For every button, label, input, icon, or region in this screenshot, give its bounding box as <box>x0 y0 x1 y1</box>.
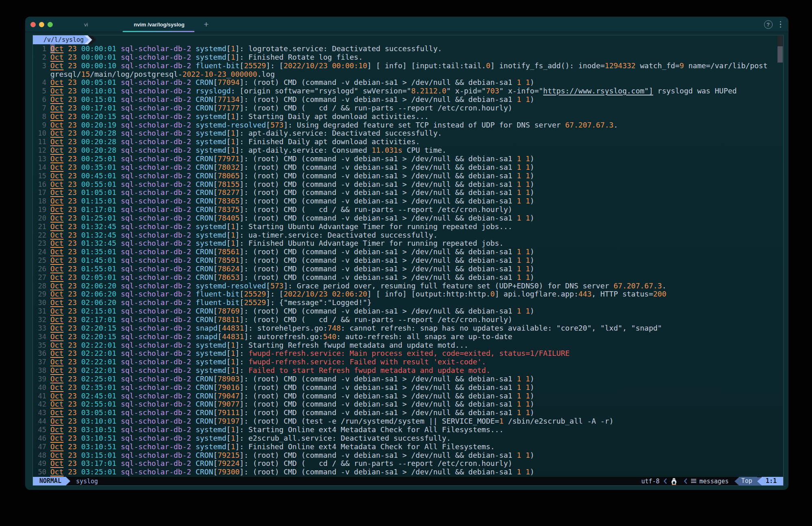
log-line[interactable]: 46Oct 23 03:10:51 sql-scholar-db-2 syste… <box>33 434 783 443</box>
line-text: Oct 23 00:20:28 sql-scholar-db-2 systemd… <box>50 138 420 146</box>
line-number: 11 <box>33 138 50 146</box>
line-text: Oct 23 02:35:01 sql-scholar-db-2 CRON[79… <box>50 383 534 392</box>
log-line[interactable]: 1Oct 23 00:00:01 sql-scholar-db-2 system… <box>33 45 783 53</box>
line-text: Oct 23 02:20:15 sql-scholar-db-2 snapd[4… <box>50 324 662 333</box>
log-line[interactable]: 9Oct 23 00:20:19 sql-scholar-db-2 system… <box>33 121 783 130</box>
line-text: gresql/15/main/log/postgresql-2022-10-23… <box>50 70 275 79</box>
log-line[interactable]: 48Oct 23 03:15:01 sql-scholar-db-2 CRON[… <box>33 451 783 460</box>
log-line[interactable]: 29Oct 23 02:06:20 sql-scholar-db-2 fluen… <box>33 290 783 299</box>
line-text: Oct 23 02:05:01 sql-scholar-db-2 CRON[78… <box>50 273 534 282</box>
log-line[interactable]: 13Oct 23 00:25:01 sql-scholar-db-2 CRON[… <box>33 155 783 163</box>
line-number: 1 <box>33 45 50 53</box>
line-number: 18 <box>33 197 50 206</box>
line-number: 38 <box>33 366 50 375</box>
log-line[interactable]: 50Oct 23 03:25:01 sql-scholar-db-2 CRON[… <box>33 468 783 476</box>
tab-nvim-syslog[interactable]: nvim /var/log/syslog <box>123 17 196 32</box>
line-number <box>33 70 50 79</box>
log-line[interactable]: gresql/15/main/log/postgresql-2022-10-23… <box>33 70 783 79</box>
log-line[interactable]: 7Oct 23 00:17:01 sql-scholar-db-2 CRON[7… <box>33 104 783 113</box>
line-number: 8 <box>33 113 50 121</box>
line-number: 30 <box>33 299 50 307</box>
log-line[interactable]: 42Oct 23 02:55:01 sql-scholar-db-2 CRON[… <box>33 400 783 409</box>
line-number: 44 <box>33 417 50 426</box>
log-line[interactable]: 22Oct 23 01:32:45 sql-scholar-db-2 syste… <box>33 231 783 240</box>
log-line[interactable]: 20Oct 23 01:25:01 sql-scholar-db-2 CRON[… <box>33 214 783 223</box>
log-line[interactable]: 26Oct 23 01:55:01 sql-scholar-db-2 CRON[… <box>33 265 783 273</box>
line-text: Oct 23 00:55:01 sql-scholar-db-2 CRON[78… <box>50 180 534 189</box>
log-line[interactable]: 12Oct 23 00:20:28 sql-scholar-db-2 syste… <box>33 146 783 155</box>
nvim-editor: /v/l/syslog 1Oct 23 00:00:01 sql-scholar… <box>32 35 784 486</box>
line-text: Oct 23 02:15:01 sql-scholar-db-2 CRON[78… <box>50 307 534 316</box>
line-text: Oct 23 00:35:01 sql-scholar-db-2 CRON[78… <box>50 163 534 172</box>
log-line[interactable]: 37Oct 23 02:22:01 sql-scholar-db-2 syste… <box>33 358 783 366</box>
log-line[interactable]: 3Oct 23 00:00:10 sql-scholar-db-2 fluent… <box>33 62 783 70</box>
log-line[interactable]: 19Oct 23 01:17:01 sql-scholar-db-2 CRON[… <box>33 206 783 214</box>
log-line[interactable]: 18Oct 23 01:15:01 sql-scholar-db-2 CRON[… <box>33 197 783 206</box>
log-line[interactable]: 17Oct 23 01:05:01 sql-scholar-db-2 CRON[… <box>33 188 783 197</box>
line-number: 12 <box>33 146 50 155</box>
scrollbar-thumb[interactable] <box>777 46 783 63</box>
log-line[interactable]: 44Oct 23 03:10:01 sql-scholar-db-2 CRON[… <box>33 417 783 426</box>
log-line[interactable]: 6Oct 23 00:15:01 sql-scholar-db-2 CRON[7… <box>33 95 783 104</box>
log-line[interactable]: 28Oct 23 02:06:20 sql-scholar-db-2 syste… <box>33 282 783 290</box>
log-line[interactable]: 43Oct 23 03:05:01 sql-scholar-db-2 CRON[… <box>33 409 783 417</box>
log-line[interactable]: 49Oct 23 03:17:01 sql-scholar-db-2 CRON[… <box>33 459 783 468</box>
menu-button[interactable] <box>779 20 782 29</box>
line-text: Oct 23 02:55:01 sql-scholar-db-2 CRON[79… <box>50 400 534 409</box>
log-line[interactable]: 47Oct 23 03:10:51 sql-scholar-db-2 syste… <box>33 443 783 451</box>
line-number: 20 <box>33 214 50 223</box>
line-text: Oct 23 00:00:01 sql-scholar-db-2 systemd… <box>50 45 442 53</box>
log-line[interactable]: 11Oct 23 00:20:28 sql-scholar-db-2 syste… <box>33 138 783 146</box>
line-number: 6 <box>33 95 50 104</box>
log-line[interactable]: 16Oct 23 00:55:01 sql-scholar-db-2 CRON[… <box>33 180 783 189</box>
line-number: 29 <box>33 290 50 299</box>
filename-label: syslog <box>76 478 98 485</box>
log-line[interactable]: 27Oct 23 02:05:01 sql-scholar-db-2 CRON[… <box>33 273 783 282</box>
log-line[interactable]: 45Oct 23 03:10:51 sql-scholar-db-2 syste… <box>33 426 783 434</box>
log-line[interactable]: 30Oct 23 02:06:20 sql-scholar-db-2 fluen… <box>33 299 783 307</box>
log-line[interactable]: 2Oct 23 00:00:01 sql-scholar-db-2 system… <box>33 53 783 62</box>
kebab-dot <box>780 21 782 23</box>
scrollbar-thumb-shadow <box>777 36 783 46</box>
log-line[interactable]: 35Oct 23 02:22:01 sql-scholar-db-2 syste… <box>33 341 783 350</box>
line-text: Oct 23 03:15:01 sql-scholar-db-2 CRON[79… <box>50 451 534 460</box>
log-line[interactable]: 14Oct 23 00:35:01 sql-scholar-db-2 CRON[… <box>33 163 783 172</box>
line-text: Oct 23 00:00:01 sql-scholar-db-2 systemd… <box>50 53 363 62</box>
help-button[interactable]: ? <box>764 20 773 29</box>
new-tab-button[interactable]: + <box>199 17 214 32</box>
line-number: 40 <box>33 383 50 392</box>
buffer-tab[interactable]: /v/l/syslog <box>33 35 89 44</box>
log-line[interactable]: 15Oct 23 00:45:01 sql-scholar-db-2 CRON[… <box>33 172 783 180</box>
log-line[interactable]: 24Oct 23 01:35:01 sql-scholar-db-2 CRON[… <box>33 248 783 256</box>
line-number: 35 <box>33 341 50 350</box>
log-line[interactable]: 41Oct 23 02:45:01 sql-scholar-db-2 CRON[… <box>33 392 783 400</box>
log-line[interactable]: 32Oct 23 02:17:01 sql-scholar-db-2 CRON[… <box>33 316 783 324</box>
log-line[interactable]: 5Oct 23 00:10:01 sql-scholar-db-2 rsyslo… <box>33 87 783 95</box>
scrollbar[interactable] <box>777 36 783 68</box>
line-number: 9 <box>33 121 50 130</box>
log-line[interactable]: 8Oct 23 00:20:15 sql-scholar-db-2 system… <box>33 113 783 121</box>
tab-vi[interactable]: vi <box>50 17 123 32</box>
log-line[interactable]: 36Oct 23 02:22:01 sql-scholar-db-2 syste… <box>33 349 783 358</box>
log-line[interactable]: 4Oct 23 00:05:01 sql-scholar-db-2 CRON[7… <box>33 78 783 87</box>
log-line[interactable]: 25Oct 23 01:45:01 sql-scholar-db-2 CRON[… <box>33 256 783 265</box>
line-number: 7 <box>33 104 50 113</box>
log-line[interactable]: 10Oct 23 00:20:28 sql-scholar-db-2 syste… <box>33 129 783 138</box>
log-line[interactable]: 23Oct 23 01:32:45 sql-scholar-db-2 syste… <box>33 239 783 248</box>
line-number: 13 <box>33 155 50 163</box>
titlebar-actions: ? <box>764 17 782 32</box>
log-line[interactable]: 33Oct 23 02:20:15 sql-scholar-db-2 snapd… <box>33 324 783 333</box>
log-line[interactable]: 39Oct 23 02:25:01 sql-scholar-db-2 CRON[… <box>33 375 783 383</box>
line-text: Oct 23 03:17:01 sql-scholar-db-2 CRON[79… <box>50 459 512 468</box>
minimize-button[interactable] <box>39 22 44 27</box>
log-line[interactable]: 38Oct 23 02:22:01 sql-scholar-db-2 syste… <box>33 366 783 375</box>
line-number: 10 <box>33 129 50 138</box>
close-button[interactable] <box>30 22 36 27</box>
line-number: 49 <box>33 459 50 468</box>
line-number: 23 <box>33 239 50 248</box>
log-line[interactable]: 21Oct 23 01:32:45 sql-scholar-db-2 syste… <box>33 223 783 231</box>
log-line[interactable]: 31Oct 23 02:15:01 sql-scholar-db-2 CRON[… <box>33 307 783 316</box>
log-line[interactable]: 34Oct 23 02:20:15 sql-scholar-db-2 snapd… <box>33 333 783 341</box>
line-text: Oct 23 01:25:01 sql-scholar-db-2 CRON[78… <box>50 214 534 223</box>
log-line[interactable]: 40Oct 23 02:35:01 sql-scholar-db-2 CRON[… <box>33 383 783 392</box>
